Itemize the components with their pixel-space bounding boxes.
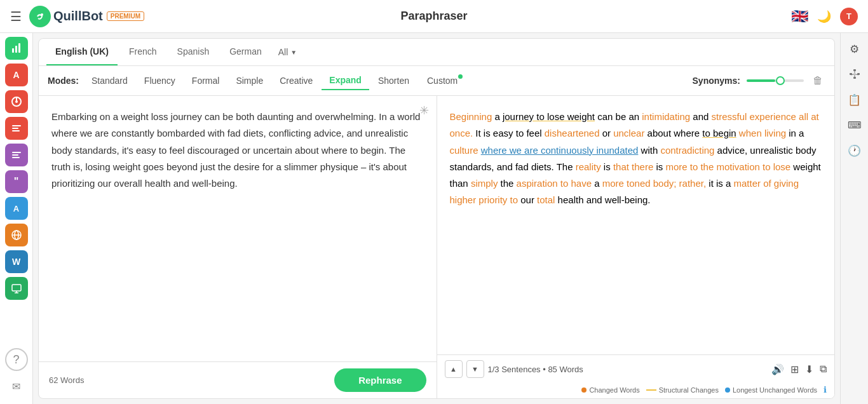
mode-fluency[interactable]: Fluency: [137, 72, 183, 90]
sidebar-icon-monitor[interactable]: [5, 277, 28, 300]
copy-icon[interactable]: ⧉: [820, 363, 827, 375]
delete-icon[interactable]: 🗑: [810, 72, 825, 89]
svg-rect-17: [853, 69, 856, 71]
tab-english-uk[interactable]: English (UK): [46, 39, 118, 65]
legend-unchanged: Longest Unchanged Words: [725, 386, 817, 394]
snowflake-icon[interactable]: ✳: [419, 104, 429, 118]
sidebar-icon-analytics[interactable]: [5, 37, 28, 60]
theme-toggle-icon[interactable]: 🌙: [817, 10, 831, 24]
right-panel-footer: ▲ ▼ 1/3 Sentences • 85 Words 🔊 ⊞ ⬇ ⧉: [437, 354, 835, 383]
mode-simple[interactable]: Simple: [228, 72, 271, 90]
sidebar-icon-word[interactable]: W: [5, 250, 28, 273]
help-icon[interactable]: ?: [5, 348, 28, 371]
tab-german[interactable]: German: [220, 39, 271, 65]
left-editor-panel: Embarking on a weight loss journey can b…: [39, 96, 437, 398]
info-icon[interactable]: ℹ: [824, 385, 827, 394]
tab-all[interactable]: All ▼: [273, 39, 302, 65]
language-flag-icon[interactable]: 🇬🇧: [791, 8, 808, 25]
tab-french[interactable]: French: [120, 39, 166, 65]
page-title: Paraphraser: [400, 10, 467, 23]
right-editor-panel: Beginning a journey to lose weight can b…: [437, 96, 835, 398]
svg-rect-8: [12, 152, 21, 153]
user-avatar[interactable]: T: [840, 8, 858, 25]
tab-spanish[interactable]: Spanish: [168, 39, 219, 65]
mode-formal[interactable]: Formal: [184, 72, 227, 90]
svg-rect-10: [12, 157, 20, 158]
synonyms-label: Synonyms:: [693, 76, 740, 86]
svg-rect-14: [12, 285, 21, 291]
legend-structural: Structural Changes: [646, 386, 719, 394]
language-tabs: English (UK) French Spanish German All ▼: [39, 39, 834, 66]
svg-rect-3: [15, 46, 17, 53]
speaker-icon[interactable]: 🔊: [771, 363, 784, 375]
left-panel-footer: 62 Words Rephrase: [39, 361, 437, 398]
mode-creative[interactable]: Creative: [272, 72, 320, 90]
svg-rect-20: [853, 77, 856, 79]
left-panel-text[interactable]: Embarking on a weight loss journey can b…: [39, 96, 437, 361]
settings-icon[interactable]: ⚙: [844, 38, 865, 60]
logo-text: QuillBot: [53, 9, 103, 24]
mail-icon[interactable]: ✉: [5, 375, 28, 398]
left-sidebar: A " A W ? ✉: [0, 33, 33, 404]
rephrase-button[interactable]: Rephrase: [334, 368, 426, 392]
logo-area: QuillBot PREMIUM: [29, 6, 144, 27]
legend-changed: Changed Words: [581, 386, 639, 394]
hamburger-icon[interactable]: ☰: [10, 9, 22, 24]
word-count-left: 62 Words: [49, 375, 84, 385]
sidebar-icon-web[interactable]: [5, 224, 28, 246]
modes-label: Modes:: [48, 76, 79, 86]
sidebar-icon-translate[interactable]: A: [5, 197, 28, 220]
svg-point-7: [15, 100, 18, 103]
nav-down-button[interactable]: ▼: [466, 360, 484, 378]
svg-rect-4: [18, 43, 20, 53]
sentence-info: 1/3 Sentences • 85 Words: [488, 365, 583, 374]
table-icon[interactable]: ⊞: [790, 363, 799, 375]
nav-up-button[interactable]: ▲: [445, 360, 463, 378]
mode-shorten[interactable]: Shorten: [370, 72, 417, 90]
svg-point-0: [33, 10, 47, 24]
svg-point-1: [41, 13, 43, 16]
premium-badge: PREMIUM: [107, 11, 144, 21]
sidebar-icon-grammar[interactable]: A: [5, 64, 28, 86]
svg-rect-2: [12, 48, 14, 53]
sidebar-icon-tool3[interactable]: [5, 90, 28, 113]
history-icon[interactable]: 🕐: [844, 140, 865, 161]
synonyms-slider[interactable]: [747, 79, 804, 82]
sidebar-icon-summarize[interactable]: [5, 144, 28, 166]
keyboard-icon[interactable]: ⌨: [844, 114, 865, 136]
modes-bar: Modes: Standard Fluency Formal Simple Cr…: [39, 66, 834, 96]
mode-standard[interactable]: Standard: [84, 72, 135, 90]
editor-area: English (UK) French Spanish German All ▼…: [33, 33, 840, 404]
sidebar-icon-paraphrase[interactable]: [5, 117, 28, 140]
right-sidebar: ⚙ 📋 ⌨ 🕐: [840, 33, 868, 404]
mode-expand[interactable]: Expand: [322, 71, 369, 90]
download-icon[interactable]: ⬇: [805, 363, 813, 375]
document-icon[interactable]: 📋: [844, 89, 865, 111]
right-panel-text: Beginning a journey to lose weight can b…: [437, 96, 835, 354]
org-chart-icon[interactable]: [844, 64, 865, 85]
legend-bar: Changed Words Structural Changes Longest…: [437, 383, 835, 398]
svg-rect-9: [12, 154, 18, 156]
sidebar-icon-quote[interactable]: ": [5, 170, 28, 193]
